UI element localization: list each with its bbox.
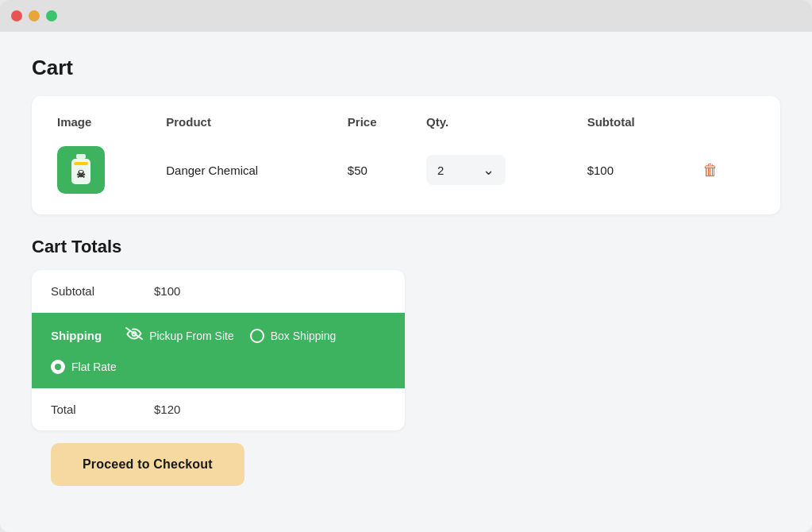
shipping-option-box[interactable]: Box Shipping [250, 329, 337, 343]
cart-totals-wrapper: Subtotal $100 Shipping [32, 270, 405, 430]
qty-value: 2 [437, 164, 475, 177]
total-value: $120 [154, 403, 180, 416]
col-header-action [687, 109, 764, 138]
cart-totals-title: Cart Totals [32, 237, 780, 257]
svg-rect-0 [76, 154, 86, 159]
eye-slash-icon [125, 327, 143, 344]
titlebar [0, 0, 812, 32]
radio-flat-rate[interactable] [51, 360, 65, 374]
close-dot[interactable] [11, 10, 22, 21]
shipping-option-flat[interactable]: Flat Rate [51, 360, 117, 374]
checkout-button[interactable]: Proceed to Checkout [51, 443, 244, 486]
app-window: Cart Image Product Price Qty. Subtotal [0, 0, 812, 532]
bottle-icon: ☠ [67, 154, 94, 186]
product-name: Danger Chemical [156, 138, 338, 202]
main-content: Cart Image Product Price Qty. Subtotal [0, 32, 812, 532]
table-row: ☠ Danger Chemical $50 2 ⌄ $100 [48, 138, 764, 202]
cart-table-wrapper: Image Product Price Qty. Subtotal [32, 96, 780, 214]
flat-rate-label: Flat Rate [71, 360, 117, 373]
pickup-label: Pickup From Site [149, 330, 234, 342]
qty-selector[interactable]: 2 ⌄ [426, 155, 506, 185]
chevron-down-icon: ⌄ [483, 161, 495, 179]
shipping-row: Shipping Pickup From Site [32, 313, 405, 388]
shipping-option-pickup[interactable]: Pickup From Site [125, 327, 234, 344]
product-price: $50 [338, 138, 417, 202]
col-header-image: Image [48, 109, 156, 138]
col-header-subtotal: Subtotal [578, 109, 687, 138]
maximize-dot[interactable] [46, 10, 57, 21]
total-label: Total [51, 403, 154, 416]
radio-box-shipping[interactable] [250, 329, 264, 343]
box-shipping-label: Box Shipping [271, 330, 337, 342]
svg-text:☠: ☠ [76, 168, 86, 180]
subtotal-value: $100 [154, 284, 180, 298]
svg-rect-2 [74, 162, 88, 165]
col-header-price: Price [338, 109, 417, 138]
delete-item-button[interactable]: 🗑 [696, 158, 725, 183]
product-image: ☠ [57, 146, 105, 194]
cart-table: Image Product Price Qty. Subtotal [48, 109, 764, 202]
shipping-label: Shipping [51, 329, 102, 342]
subtotal-label: Subtotal [51, 284, 154, 298]
col-header-product: Product [156, 109, 338, 138]
subtotal-row: Subtotal $100 [32, 270, 405, 313]
product-qty-cell: 2 ⌄ [417, 138, 578, 202]
total-row: Total $120 [32, 388, 405, 430]
col-header-qty: Qty. [417, 109, 578, 138]
page-title: Cart [32, 56, 780, 80]
delete-cell: 🗑 [687, 138, 764, 202]
product-subtotal: $100 [578, 138, 687, 202]
minimize-dot[interactable] [29, 10, 40, 21]
product-image-cell: ☠ [48, 138, 156, 202]
